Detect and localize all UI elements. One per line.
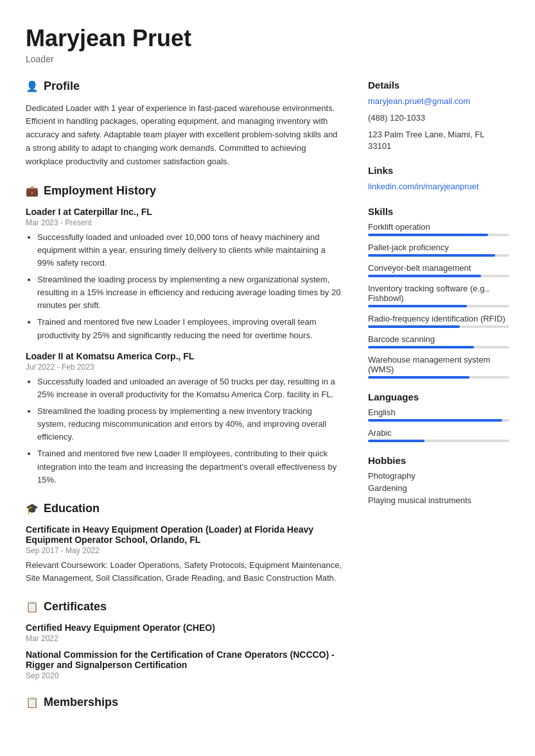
skill-bar-bg: [368, 346, 509, 348]
left-column: 👤 Profile Dedicated Loader with 1 year o…: [26, 80, 342, 728]
job-1-bullets: Successfully loaded and unloaded over 10…: [26, 231, 342, 342]
hobbies-section-title: Hobbies: [368, 455, 509, 466]
skill-bar-fill: [368, 275, 481, 277]
details-section-title: Details: [368, 80, 509, 90]
list-item: Streamlined the loading process by imple…: [37, 273, 342, 312]
skill-bar-fill: [368, 376, 469, 379]
job-2-dates: Jul 2022 - Feb 2023: [26, 363, 342, 372]
skill-name: Barcode scanning: [368, 334, 509, 344]
profile-text: Dedicated Loader with 1 year of experien…: [26, 102, 342, 169]
job-1-title: Loader I at Caterpillar Inc., FL: [26, 207, 342, 217]
linkedin-link[interactable]: linkedin.com/in/maryjeanpruet: [368, 182, 479, 191]
job-1-dates: Mar 2023 - Present: [26, 218, 342, 227]
details-section: Details maryjean.pruet@gmail.com (488) 1…: [368, 80, 509, 153]
skill-bar-bg: [368, 275, 509, 277]
skill-item: Forklift operation: [368, 222, 509, 236]
skill-bar-bg: [368, 325, 509, 328]
skill-name: Forklift operation: [368, 222, 509, 232]
skill-bar-bg: [368, 376, 509, 379]
list-item: Successfully loaded and unloaded over 10…: [37, 231, 342, 270]
job-2: Loader II at Komatsu America Corp., FL J…: [26, 351, 342, 486]
education-section-title: 🎓 Education: [26, 502, 342, 518]
detail-phone: (488) 120-1033: [368, 112, 509, 124]
memberships-icon: 📋: [26, 696, 39, 709]
skill-bar-fill: [368, 234, 488, 236]
skill-name: Inventory tracking software (e.g., Fishb…: [368, 284, 509, 303]
skill-bar-fill: [368, 346, 474, 348]
cert-item-1: Certified Heavy Equipment Operator (CHEO…: [26, 623, 342, 643]
hobby-item: Gardening: [368, 483, 509, 493]
skill-name: Radio-frequency identification (RFID): [368, 314, 509, 323]
skill-name: Pallet-jack proficiency: [368, 243, 509, 252]
skill-bar-fill: [368, 305, 467, 307]
skill-bar-fill: [368, 254, 495, 257]
right-column: Details maryjean.pruet@gmail.com (488) 1…: [368, 80, 509, 728]
links-section-title: Links: [368, 165, 509, 176]
candidate-title: Loader: [26, 54, 509, 64]
language-bar-fill: [368, 440, 425, 442]
skill-bar-bg: [368, 305, 509, 307]
employment-section-title: 💼 Employment History: [26, 184, 342, 200]
skill-item: Barcode scanning: [368, 334, 509, 348]
language-bar-bg: [368, 419, 509, 422]
employment-section: 💼 Employment History Loader I at Caterpi…: [26, 184, 342, 486]
header: Maryjean Pruet Loader: [26, 26, 509, 64]
detail-email: maryjean.pruet@gmail.com: [368, 96, 509, 107]
language-name: Arabic: [368, 428, 509, 438]
profile-section: 👤 Profile Dedicated Loader with 1 year o…: [26, 80, 342, 169]
skill-name: Conveyor-belt management: [368, 263, 509, 273]
cert-item-2: National Commission for the Certificatio…: [26, 649, 342, 680]
job-2-title: Loader II at Komatsu America Corp., FL: [26, 351, 342, 361]
language-name: English: [368, 408, 509, 417]
hobby-item: Playing musical instruments: [368, 495, 509, 505]
edu-item-1-dates: Sep 2017 - May 2022: [26, 546, 342, 555]
edu-item-1: Certificate in Heavy Equipment Operation…: [26, 524, 342, 585]
language-bar-fill: [368, 419, 502, 422]
memberships-section: 📋 Memberships: [26, 696, 342, 712]
skill-bar-fill: [368, 325, 460, 328]
detail-linkedin: linkedin.com/in/maryjeanpruet: [368, 181, 509, 193]
edu-item-1-title: Certificate in Heavy Equipment Operation…: [26, 524, 342, 545]
skill-item: Radio-frequency identification (RFID): [368, 314, 509, 328]
list-item: Trained and mentored five new Loader II …: [37, 447, 342, 486]
skill-bar-bg: [368, 234, 509, 236]
certificates-section: 📋 Certificates Certified Heavy Equipment…: [26, 600, 342, 680]
languages-section: Languages English Arabic: [368, 391, 509, 442]
language-item: English: [368, 408, 509, 422]
links-section: Links linkedin.com/in/maryjeanpruet: [368, 165, 509, 193]
edu-item-1-coursework: Relevant Coursework: Loader Operations, …: [26, 559, 342, 585]
list-item: Successfully loaded and unloaded an aver…: [37, 375, 342, 401]
skill-item: Warehouse management system (WMS): [368, 355, 509, 379]
hobby-item: Photography: [368, 471, 509, 481]
employment-icon: 💼: [26, 185, 39, 197]
skill-item: Conveyor-belt management: [368, 263, 509, 277]
list-item: Trained and mentored five new Loader I e…: [37, 316, 342, 341]
cert-1-dates: Mar 2022: [26, 634, 342, 643]
skill-name: Warehouse management system (WMS): [368, 355, 509, 374]
education-section: 🎓 Education Certificate in Heavy Equipme…: [26, 502, 342, 585]
cert-2-title: National Commission for the Certificatio…: [26, 649, 342, 670]
job-2-bullets: Successfully loaded and unloaded an aver…: [26, 375, 342, 486]
cert-2-dates: Sep 2020: [26, 671, 342, 680]
skill-item: Pallet-jack proficiency: [368, 243, 509, 257]
skills-section-title: Skills: [368, 206, 509, 217]
email-link[interactable]: maryjean.pruet@gmail.com: [368, 96, 470, 106]
profile-section-title: 👤 Profile: [26, 80, 342, 96]
cert-1-title: Certified Heavy Equipment Operator (CHEO…: [26, 623, 342, 633]
hobbies-section: Hobbies PhotographyGardeningPlaying musi…: [368, 455, 509, 505]
memberships-section-title: 📋 Memberships: [26, 696, 342, 712]
skill-item: Inventory tracking software (e.g., Fishb…: [368, 284, 509, 307]
certificates-section-title: 📋 Certificates: [26, 600, 342, 616]
candidate-name: Maryjean Pruet: [26, 26, 509, 51]
language-item: Arabic: [368, 428, 509, 442]
skills-section: Skills Forklift operation Pallet-jack pr…: [368, 206, 509, 379]
detail-address: 123 Palm Tree Lane, Miami, FL 33101: [368, 129, 509, 152]
list-item: Streamlined the loading process by imple…: [37, 405, 342, 443]
certificates-icon: 📋: [26, 601, 39, 613]
language-bar-bg: [368, 440, 509, 442]
job-1: Loader I at Caterpillar Inc., FL Mar 202…: [26, 207, 342, 342]
profile-icon: 👤: [26, 80, 39, 92]
languages-section-title: Languages: [368, 391, 509, 402]
skill-bar-bg: [368, 254, 509, 257]
education-icon: 🎓: [26, 503, 39, 515]
